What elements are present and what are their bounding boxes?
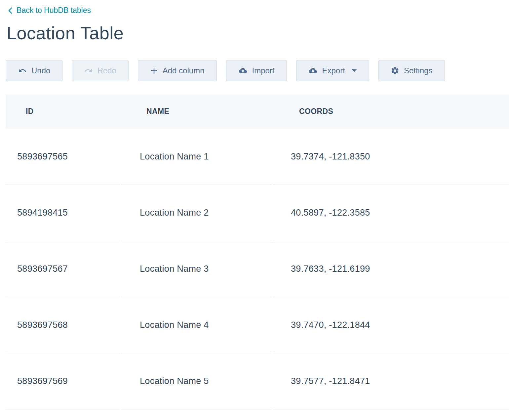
back-to-hubdb-tables-link[interactable]: Back to HubDB tables bbox=[8, 6, 91, 15]
undo-button[interactable]: Undo bbox=[6, 60, 62, 81]
redo-button-label: Redo bbox=[97, 66, 116, 75]
cell-id[interactable]: 5893697565 bbox=[6, 129, 120, 185]
cloud-download-icon bbox=[308, 67, 318, 75]
settings-button[interactable]: Settings bbox=[378, 60, 445, 81]
plus-icon bbox=[150, 67, 158, 75]
cell-name[interactable]: Location Name 4 bbox=[121, 297, 272, 353]
add-column-button-label: Add column bbox=[163, 66, 205, 75]
cell-id[interactable]: 5893697569 bbox=[6, 353, 120, 409]
undo-button-label: Undo bbox=[31, 66, 50, 75]
cell-coords[interactable]: 39.7633, -121.6199 bbox=[273, 241, 509, 297]
undo-arrow-icon bbox=[18, 66, 27, 75]
export-button[interactable]: Export bbox=[296, 60, 369, 81]
add-column-button[interactable]: Add column bbox=[138, 60, 217, 81]
cell-coords[interactable]: 39.7577, -121.8471 bbox=[273, 353, 509, 409]
table-row: 5893697569 Location Name 5 39.7577, -121… bbox=[6, 353, 509, 409]
settings-button-label: Settings bbox=[404, 66, 433, 75]
chevron-left-icon bbox=[8, 7, 13, 14]
column-header-id[interactable]: ID bbox=[6, 94, 120, 129]
export-button-label: Export bbox=[322, 66, 345, 75]
cell-name[interactable]: Location Name 1 bbox=[121, 129, 272, 185]
import-button[interactable]: Import bbox=[226, 60, 287, 81]
cell-coords[interactable]: 39.7374, -121.8350 bbox=[273, 129, 509, 185]
cell-name[interactable]: Location Name 2 bbox=[121, 185, 272, 241]
cell-coords[interactable]: 40.5897, -122.3585 bbox=[273, 185, 509, 241]
table-row: 5893697565 Location Name 1 39.7374, -121… bbox=[6, 129, 509, 185]
cell-name[interactable]: Location Name 5 bbox=[121, 353, 272, 409]
cell-id[interactable]: 5893697568 bbox=[6, 297, 120, 353]
column-header-coords[interactable]: COORDS bbox=[273, 94, 509, 129]
redo-arrow-icon bbox=[84, 66, 93, 75]
table-row: 5893697568 Location Name 4 39.7470, -122… bbox=[6, 297, 509, 353]
redo-button[interactable]: Redo bbox=[72, 60, 128, 81]
table-row: 5894198415 Location Name 2 40.5897, -122… bbox=[6, 185, 509, 241]
caret-down-icon bbox=[352, 69, 357, 72]
table-header-row: ID NAME COORDS bbox=[6, 94, 509, 129]
gear-icon bbox=[391, 66, 399, 75]
column-header-name[interactable]: NAME bbox=[121, 94, 272, 129]
page-title: Location Table bbox=[7, 23, 509, 43]
cell-id[interactable]: 5893697567 bbox=[6, 241, 120, 297]
cell-coords[interactable]: 39.7470, -122.1844 bbox=[273, 297, 509, 353]
cell-name[interactable]: Location Name 3 bbox=[121, 241, 272, 297]
toolbar: Undo Redo Add column Import bbox=[6, 60, 509, 81]
hubdb-table: ID NAME COORDS 5893697565 Location Name … bbox=[6, 94, 509, 409]
table-row: 5893697567 Location Name 3 39.7633, -121… bbox=[6, 241, 509, 297]
back-link-label: Back to HubDB tables bbox=[17, 6, 91, 15]
import-button-label: Import bbox=[252, 66, 275, 75]
cell-id[interactable]: 5894198415 bbox=[6, 185, 120, 241]
cloud-upload-icon bbox=[238, 67, 248, 75]
